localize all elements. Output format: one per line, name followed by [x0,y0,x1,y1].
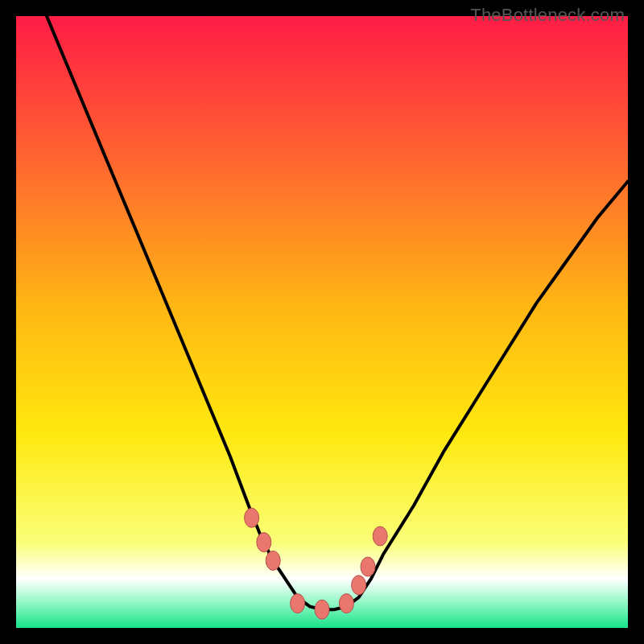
bottleneck-curve [47,16,628,609]
curve-marker [373,526,387,546]
curve-marker [352,576,366,595]
watermark-text: TheBottleneck.com [470,5,625,26]
curve-marker [245,508,259,527]
curve-layer [16,16,628,628]
curve-marker [266,551,280,570]
marker-group [245,508,388,619]
chart-frame: TheBottleneck.com [0,0,644,644]
curve-marker [315,600,329,619]
curve-marker [257,533,271,552]
curve-marker [361,557,375,576]
curve-marker [291,594,305,613]
plot-area [16,16,628,628]
curve-marker [339,594,353,613]
